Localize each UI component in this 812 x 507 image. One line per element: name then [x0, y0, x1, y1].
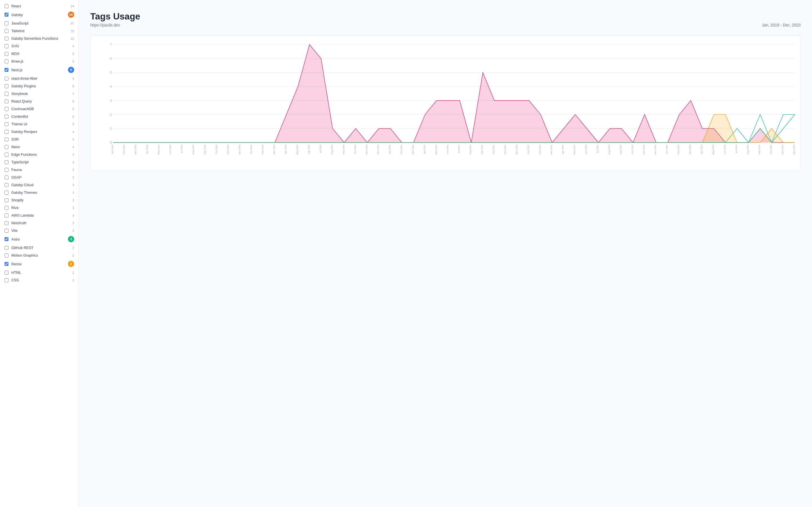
sidebar-checkbox[interactable] [4, 100, 8, 103]
sidebar-item[interactable]: HTML2 [0, 269, 79, 276]
sidebar-checkbox[interactable] [4, 160, 8, 164]
sidebar-checkbox[interactable] [4, 153, 8, 157]
sidebar-item[interactable]: Gatsby68 [0, 10, 79, 19]
svg-text:Dec 2023: Dec 2023 [793, 145, 795, 154]
sidebar-item[interactable]: GitHub REST2 [0, 244, 79, 251]
sidebar-item[interactable]: SSR4 [0, 135, 79, 143]
sidebar-item[interactable]: Next.js9 [0, 65, 79, 75]
sidebar-item[interactable]: React24 [0, 2, 79, 10]
svg-text:Jun 2021: Jun 2021 [446, 145, 449, 154]
sidebar-checkbox[interactable] [4, 21, 8, 25]
sidebar-item[interactable]: JavaScript37 [0, 19, 79, 27]
sidebar-checkbox[interactable] [4, 175, 8, 179]
sidebar-item[interactable]: Gatsby Themes3 [0, 189, 79, 196]
svg-text:Nov 2023: Nov 2023 [781, 145, 784, 154]
sidebar-checkbox[interactable] [4, 271, 8, 275]
sidebar-checkbox[interactable] [4, 107, 8, 111]
sidebar-checkbox[interactable] [4, 229, 8, 233]
sidebar-checkbox[interactable] [4, 206, 8, 210]
sidebar-item[interactable]: CSS2 [0, 276, 79, 284]
sidebar-item[interactable]: Neon4 [0, 143, 79, 151]
sidebar-item[interactable]: Gatsby Recipes4 [0, 128, 79, 135]
svg-text:Jul 2019: Jul 2019 [181, 145, 183, 153]
svg-text:Sep 2023: Sep 2023 [758, 145, 761, 154]
svg-text:Nov 2022: Nov 2022 [643, 145, 645, 154]
sidebar-item[interactable]: Fauna3 [0, 166, 79, 173]
sidebar-item[interactable]: SVG9 [0, 42, 79, 50]
sidebar-item[interactable]: React Query8 [0, 98, 79, 105]
sidebar-item[interactable]: NextAuth3 [0, 219, 79, 227]
svg-text:Jun 2020: Jun 2020 [308, 145, 310, 154]
sidebar-checkbox[interactable] [4, 44, 8, 48]
sidebar-checkbox[interactable] [4, 137, 8, 142]
sidebar-item[interactable]: GSAP3 [0, 173, 79, 181]
svg-text:Sep 2019: Sep 2019 [204, 145, 206, 154]
svg-text:Oct 2019: Oct 2019 [215, 145, 218, 154]
svg-text:Aug 2020: Aug 2020 [331, 145, 333, 154]
sidebar-item[interactable]: Storybook7 [0, 90, 79, 98]
sidebar-checkbox[interactable] [4, 4, 8, 8]
sidebar-item[interactable]: TypeScript4 [0, 158, 79, 166]
sidebar-item[interactable]: Edge Functions4 [0, 151, 79, 158]
sidebar-item[interactable]: Vite3 [0, 227, 79, 234]
sidebar-checkbox[interactable] [4, 37, 8, 41]
sidebar-checkbox[interactable] [4, 68, 8, 72]
sidebar-checkbox[interactable] [4, 84, 8, 88]
svg-text:Apr 2023: Apr 2023 [700, 145, 703, 154]
svg-text:May 2020: May 2020 [296, 145, 299, 155]
sidebar-checkbox[interactable] [4, 191, 8, 194]
sidebar-checkbox[interactable] [4, 122, 8, 126]
sidebar-item[interactable]: Gatsby Serverless Functions10 [0, 35, 79, 42]
sidebar-item[interactable]: CockroachDB6 [0, 105, 79, 113]
sidebar-checkbox[interactable] [4, 13, 8, 17]
sidebar: React24Gatsby68JavaScript37Tailwind10Gat… [0, 0, 79, 507]
svg-text:Mar 2020: Mar 2020 [273, 145, 275, 154]
sidebar-checkbox[interactable] [4, 198, 8, 202]
sidebar-item[interactable]: Tailwind10 [0, 27, 79, 35]
sidebar-checkbox[interactable] [4, 76, 8, 80]
sidebar-item-label: CSS [11, 278, 68, 282]
sidebar-checkbox[interactable] [4, 278, 8, 282]
sidebar-item-badge: 4 [68, 138, 74, 141]
sidebar-item[interactable]: Shopify3 [0, 196, 79, 204]
sidebar-item[interactable]: Astro3 [0, 234, 79, 244]
sidebar-checkbox[interactable] [4, 130, 8, 134]
sidebar-checkbox[interactable] [4, 52, 8, 56]
sidebar-checkbox[interactable] [4, 214, 8, 217]
sidebar-item-label: AWS Lambda [11, 213, 68, 217]
sidebar-item-label: Fauna [11, 168, 68, 172]
sidebar-item[interactable]: Gatsby Plugins8 [0, 82, 79, 90]
sidebar-checkbox[interactable] [4, 59, 8, 63]
sidebar-item[interactable]: three.js9 [0, 57, 79, 65]
sidebar-item[interactable]: Contentful5 [0, 113, 79, 120]
sidebar-item[interactable]: Theme UI5 [0, 120, 79, 128]
sidebar-checkbox[interactable] [4, 183, 8, 187]
chart-header: Tags Usage https://paulie.dev Jan, 2019 … [90, 11, 801, 27]
sidebar-checkbox[interactable] [4, 262, 8, 266]
sidebar-item-label: Vite [11, 228, 68, 233]
sidebar-item-badge: 5 [68, 122, 74, 126]
sidebar-item-label: react-three-fiber [11, 76, 68, 80]
sidebar-item-badge: 37 [68, 22, 74, 25]
sidebar-checkbox[interactable] [4, 168, 8, 172]
sidebar-item[interactable]: AWS Lambda3 [0, 212, 79, 219]
sidebar-checkbox[interactable] [4, 115, 8, 119]
sidebar-item-badge: 10 [68, 37, 74, 40]
sidebar-item[interactable]: MDX9 [0, 50, 79, 57]
sidebar-checkbox[interactable] [4, 253, 8, 258]
sidebar-item[interactable]: react-three-fiber8 [0, 75, 79, 82]
sidebar-checkbox[interactable] [4, 29, 8, 33]
sidebar-checkbox[interactable] [4, 237, 8, 241]
sidebar-item[interactable]: Gatsby Cloud3 [0, 181, 79, 189]
sidebar-item-label: Gatsby Cloud [11, 183, 68, 187]
sidebar-checkbox[interactable] [4, 221, 8, 225]
sidebar-item[interactable]: Rive3 [0, 204, 79, 212]
svg-text:Aug 2022: Aug 2022 [608, 145, 610, 154]
sidebar-item[interactable]: Motion Graphics2 [0, 251, 79, 259]
svg-text:Feb 2019: Feb 2019 [123, 145, 125, 154]
sidebar-checkbox[interactable] [4, 145, 8, 149]
sidebar-item[interactable]: Remix2 [0, 259, 79, 269]
sidebar-item-badge: 9 [68, 52, 74, 55]
sidebar-checkbox[interactable] [4, 92, 8, 96]
sidebar-checkbox[interactable] [4, 246, 8, 250]
